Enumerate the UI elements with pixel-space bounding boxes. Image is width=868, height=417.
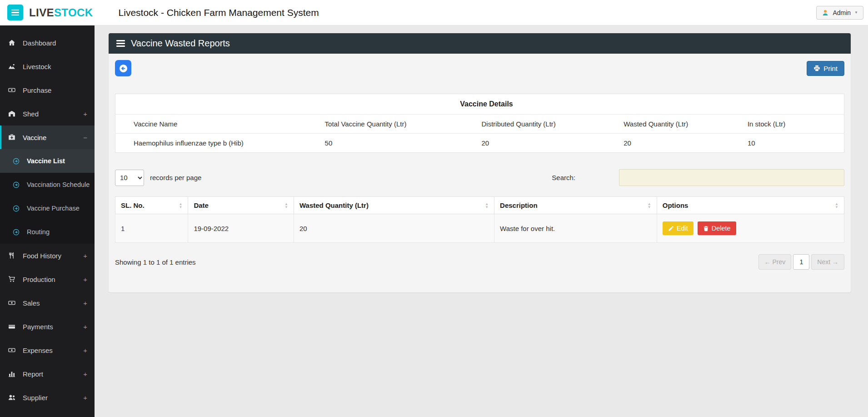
details-cell-wasted-quantity: 20 xyxy=(618,134,742,153)
sidebar-item-purchase[interactable]: Purchase xyxy=(0,78,95,102)
delete-button[interactable]: Delete xyxy=(698,221,736,235)
edit-button[interactable]: Edit xyxy=(663,221,693,235)
sidebar-subitem-vaccine-list[interactable]: Vaccine List xyxy=(0,149,95,173)
admin-dropdown[interactable]: Admin ▼ xyxy=(816,6,863,20)
admin-label: Admin xyxy=(833,9,851,16)
utensils-icon xyxy=(8,252,20,259)
column-header-description[interactable]: Description▲▼ xyxy=(494,197,657,214)
expand-indicator: + xyxy=(83,394,87,402)
vaccine-wasted-reports-panel: Vaccine Wasted Reports Print Vacc xyxy=(109,33,851,292)
sidebar-item-expenses[interactable]: Expenses + xyxy=(0,338,95,362)
search-label: Search: xyxy=(552,174,575,181)
report-table: SL. No.▲▼ Date▲▼ Wasted Quantity (Ltr)▲▼… xyxy=(115,196,844,243)
caret-down-icon: ▼ xyxy=(854,10,858,15)
column-header-wasted-quantity[interactable]: Wasted Quantity (Ltr)▲▼ xyxy=(294,197,494,214)
sidebar-subitem-vaccination-schedule[interactable]: Vaccination Schedule xyxy=(0,173,95,196)
details-cell-total-quantity: 50 xyxy=(319,134,476,153)
sidebar-item-dashboard[interactable]: Dashboard xyxy=(0,31,95,55)
cell-description: Waste for over hit. xyxy=(494,214,657,243)
sidebar-toggle-button[interactable] xyxy=(7,5,23,20)
sort-icon[interactable]: ▲▼ xyxy=(835,203,838,209)
home-icon xyxy=(8,39,20,46)
sidebar-item-vaccine[interactable]: Vaccine − xyxy=(0,126,95,149)
brand-live-text: LIVE xyxy=(29,6,54,19)
banknote-icon xyxy=(8,86,20,94)
cell-wasted-quantity: 20 xyxy=(294,214,494,243)
sidebar-item-livestock[interactable]: Livestock xyxy=(0,55,95,78)
sidebar-subitem-label: Vaccination Schedule xyxy=(27,181,90,188)
sidebar-item-label: Payments xyxy=(23,323,53,331)
sidebar-item-production[interactable]: Production + xyxy=(0,267,95,291)
sidebar-item-food-history[interactable]: Food History + xyxy=(0,244,95,267)
sort-icon[interactable]: ▲▼ xyxy=(648,203,651,209)
sidebar-subitem-vaccine-purchase[interactable]: Vaccine Purchase xyxy=(0,196,95,220)
printer-icon xyxy=(813,65,820,72)
expand-indicator: + xyxy=(83,110,87,118)
arrow-circle-icon xyxy=(13,181,24,188)
cart-icon xyxy=(8,276,20,283)
page-1-button[interactable]: 1 xyxy=(793,254,809,270)
sort-icon[interactable]: ▲▼ xyxy=(284,203,288,209)
column-header-options[interactable]: Options▲▼ xyxy=(657,197,844,214)
edit-label: Edit xyxy=(677,225,688,232)
details-header-cell: In stock (Ltr) xyxy=(742,115,844,134)
sidebar-item-sales[interactable]: Sales + xyxy=(0,291,95,315)
details-header-cell: Wasted Quantity (Ltr) xyxy=(618,115,742,134)
sidebar-item-label: Supplier xyxy=(23,394,48,402)
sidebar-item-report[interactable]: Report + xyxy=(0,362,95,386)
details-cell-vaccine-name: Haemophilus influenzae type b (Hib) xyxy=(115,134,319,153)
users-icon xyxy=(8,394,20,401)
expand-indicator: + xyxy=(83,276,87,283)
sidebar-item-label: Report xyxy=(23,370,43,378)
search-input[interactable] xyxy=(619,169,844,186)
sidebar-item-label: Purchase xyxy=(23,86,51,94)
page-size-select[interactable]: 10 xyxy=(115,170,144,186)
report-header-row: SL. No.▲▼ Date▲▼ Wasted Quantity (Ltr)▲▼… xyxy=(115,197,844,214)
brand-stock-text: STOCK xyxy=(54,6,93,19)
sidebar-item-supplier[interactable]: Supplier + xyxy=(0,386,95,409)
sort-icon[interactable]: ▲▼ xyxy=(179,203,182,209)
panel-title: Vaccine Wasted Reports xyxy=(131,38,230,49)
sidebar-item-label: Sales xyxy=(23,299,40,307)
details-table-title: Vaccine Details xyxy=(115,94,844,115)
sidebar-subitem-label: Routing xyxy=(27,228,50,236)
print-button[interactable]: Print xyxy=(807,61,844,76)
expand-indicator: + xyxy=(83,299,87,307)
shed-icon xyxy=(8,110,20,117)
cell-date: 19-09-2022 xyxy=(188,214,294,243)
main-content: Vaccine Wasted Reports Print Vacc xyxy=(95,25,868,417)
details-cell-distributed-quantity: 20 xyxy=(476,134,618,153)
app-logo[interactable]: LIVESTOCK xyxy=(29,6,93,19)
collapse-indicator: − xyxy=(83,134,87,141)
sidebar-nav: Dashboard Livestock Purchase Shed + Vacc… xyxy=(0,25,95,417)
sort-icon[interactable]: ▲▼ xyxy=(485,203,489,209)
details-header-cell: Vaccine Name xyxy=(115,115,319,134)
expand-indicator: + xyxy=(83,323,87,331)
page-title: Livestock - Chicken Farm Management Syst… xyxy=(119,7,319,18)
livestock-icon xyxy=(8,63,20,70)
next-page-button[interactable]: Next → xyxy=(811,254,844,270)
top-header-bar: LIVESTOCK Livestock - Chicken Farm Manag… xyxy=(0,0,868,25)
sidebar-item-label: Expenses xyxy=(23,347,53,354)
delete-label: Delete xyxy=(712,225,731,232)
arrow-circle-left-icon xyxy=(119,64,128,73)
print-label: Print xyxy=(823,65,838,72)
column-header-sl-no[interactable]: SL. No.▲▼ xyxy=(115,197,188,214)
sidebar-item-shed[interactable]: Shed + xyxy=(0,102,95,126)
table-row: 1 19-09-2022 20 Waste for over hit. Edit xyxy=(115,214,844,243)
hamburger-icon xyxy=(11,10,19,15)
back-button[interactable] xyxy=(115,60,131,76)
sidebar-subitem-routing[interactable]: Routing xyxy=(0,220,95,244)
records-per-page-label: records per page xyxy=(150,174,201,181)
sidebar-item-label: Vaccine xyxy=(23,134,46,141)
panel-header: Vaccine Wasted Reports xyxy=(109,33,851,54)
prev-page-button[interactable]: ← Prev xyxy=(758,254,792,270)
expand-indicator: + xyxy=(83,252,87,260)
sidebar-item-label: Production xyxy=(23,276,55,283)
sidebar-item-label: Livestock xyxy=(23,63,51,70)
panel-body: Print Vaccine Details Vaccine Name Total… xyxy=(109,54,851,292)
menu-bars-icon xyxy=(116,40,125,47)
cell-options: Edit Delete xyxy=(657,214,844,243)
column-header-date[interactable]: Date▲▼ xyxy=(188,197,294,214)
sidebar-item-payments[interactable]: Payments + xyxy=(0,315,95,338)
